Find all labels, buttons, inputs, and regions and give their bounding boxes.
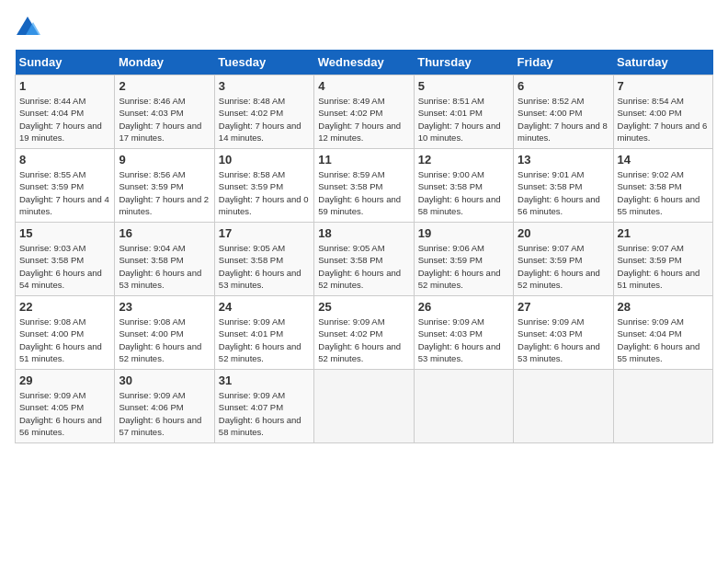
- weekday-header: Friday: [514, 50, 613, 75]
- day-info: Sunrise: 9:00 AMSunset: 3:58 PMDaylight:…: [418, 169, 501, 216]
- day-number: 27: [518, 300, 609, 314]
- weekday-header: Monday: [115, 50, 214, 75]
- calendar-cell: 2 Sunrise: 8:46 AMSunset: 4:03 PMDayligh…: [115, 75, 214, 149]
- day-number: 9: [119, 153, 210, 167]
- calendar-cell: 9 Sunrise: 8:56 AMSunset: 3:59 PMDayligh…: [115, 149, 214, 223]
- day-info: Sunrise: 8:49 AMSunset: 4:02 PMDaylight:…: [318, 96, 401, 143]
- day-number: 11: [318, 153, 409, 167]
- day-info: Sunrise: 8:46 AMSunset: 4:03 PMDaylight:…: [119, 96, 201, 143]
- calendar-cell: 15 Sunrise: 9:03 AMSunset: 3:58 PMDaylig…: [16, 223, 115, 296]
- day-number: 22: [19, 300, 110, 314]
- calendar-week-row: 29 Sunrise: 9:09 AMSunset: 4:05 PMDaylig…: [16, 370, 713, 443]
- calendar-week-row: 8 Sunrise: 8:55 AMSunset: 3:59 PMDayligh…: [16, 149, 713, 223]
- calendar-cell: 17 Sunrise: 9:05 AMSunset: 3:58 PMDaylig…: [214, 223, 313, 296]
- day-info: Sunrise: 9:04 AMSunset: 3:58 PMDaylight:…: [119, 243, 201, 290]
- calendar-cell: 5 Sunrise: 8:51 AMSunset: 4:01 PMDayligh…: [414, 75, 513, 149]
- day-info: Sunrise: 8:58 AMSunset: 3:59 PMDaylight:…: [219, 169, 309, 216]
- day-info: Sunrise: 9:02 AMSunset: 3:58 PMDaylight:…: [618, 169, 700, 216]
- calendar-cell: 24 Sunrise: 9:09 AMSunset: 4:01 PMDaylig…: [214, 296, 313, 370]
- logo-icon: [15, 15, 40, 40]
- calendar-cell: 20 Sunrise: 9:07 AMSunset: 3:59 PMDaylig…: [514, 223, 613, 296]
- day-info: Sunrise: 9:06 AMSunset: 3:59 PMDaylight:…: [418, 243, 501, 290]
- calendar-cell: 16 Sunrise: 9:04 AMSunset: 3:58 PMDaylig…: [115, 223, 214, 296]
- calendar-cell: 10 Sunrise: 8:58 AMSunset: 3:59 PMDaylig…: [214, 149, 313, 223]
- calendar-cell: 3 Sunrise: 8:48 AMSunset: 4:02 PMDayligh…: [214, 75, 313, 149]
- day-number: 6: [518, 79, 609, 93]
- day-number: 24: [219, 300, 310, 314]
- calendar-cell: 26 Sunrise: 9:09 AMSunset: 4:03 PMDaylig…: [414, 296, 513, 370]
- calendar-week-row: 22 Sunrise: 9:08 AMSunset: 4:00 PMDaylig…: [16, 296, 713, 370]
- calendar-cell: 6 Sunrise: 8:52 AMSunset: 4:00 PMDayligh…: [514, 75, 613, 149]
- day-number: 26: [418, 300, 509, 314]
- day-info: Sunrise: 9:07 AMSunset: 3:59 PMDaylight:…: [518, 243, 600, 290]
- calendar-cell: 4 Sunrise: 8:49 AMSunset: 4:02 PMDayligh…: [314, 75, 414, 149]
- calendar-week-row: 15 Sunrise: 9:03 AMSunset: 3:58 PMDaylig…: [16, 223, 713, 296]
- day-info: Sunrise: 9:05 AMSunset: 3:58 PMDaylight:…: [219, 243, 301, 290]
- day-info: Sunrise: 8:44 AMSunset: 4:04 PMDaylight:…: [19, 96, 102, 143]
- calendar-cell: 27 Sunrise: 9:09 AMSunset: 4:03 PMDaylig…: [514, 296, 613, 370]
- weekday-header: Tuesday: [214, 50, 313, 75]
- day-number: 5: [418, 79, 509, 93]
- day-info: Sunrise: 9:09 AMSunset: 4:01 PMDaylight:…: [219, 316, 301, 363]
- day-number: 2: [119, 79, 210, 93]
- calendar-cell: 29 Sunrise: 9:09 AMSunset: 4:05 PMDaylig…: [16, 370, 115, 443]
- day-info: Sunrise: 9:08 AMSunset: 4:00 PMDaylight:…: [19, 316, 102, 363]
- day-info: Sunrise: 8:51 AMSunset: 4:01 PMDaylight:…: [418, 96, 501, 143]
- day-info: Sunrise: 8:52 AMSunset: 4:00 PMDaylight:…: [518, 96, 608, 143]
- calendar-cell: 23 Sunrise: 9:08 AMSunset: 4:00 PMDaylig…: [115, 296, 214, 370]
- weekday-header: Wednesday: [314, 50, 414, 75]
- day-number: 19: [418, 226, 509, 240]
- calendar-table: SundayMondayTuesdayWednesdayThursdayFrid…: [15, 50, 713, 443]
- day-info: Sunrise: 9:03 AMSunset: 3:58 PMDaylight:…: [19, 243, 102, 290]
- day-number: 13: [518, 153, 609, 167]
- day-info: Sunrise: 9:01 AMSunset: 3:58 PMDaylight:…: [518, 169, 600, 216]
- day-number: 21: [618, 226, 709, 240]
- day-number: 3: [219, 79, 310, 93]
- calendar-week-row: 1 Sunrise: 8:44 AMSunset: 4:04 PMDayligh…: [16, 75, 713, 149]
- day-info: Sunrise: 8:59 AMSunset: 3:58 PMDaylight:…: [318, 169, 401, 216]
- calendar-cell: 31 Sunrise: 9:09 AMSunset: 4:07 PMDaylig…: [214, 370, 313, 443]
- day-info: Sunrise: 9:08 AMSunset: 4:00 PMDaylight:…: [119, 316, 201, 363]
- calendar-cell: [613, 370, 712, 443]
- day-number: 28: [618, 300, 709, 314]
- page-header: [15, 15, 713, 40]
- day-number: 23: [119, 300, 210, 314]
- calendar-cell: 30 Sunrise: 9:09 AMSunset: 4:06 PMDaylig…: [115, 370, 214, 443]
- day-number: 31: [219, 373, 310, 387]
- day-info: Sunrise: 9:09 AMSunset: 4:03 PMDaylight:…: [418, 316, 501, 363]
- calendar-cell: [414, 370, 513, 443]
- weekday-header-row: SundayMondayTuesdayWednesdayThursdayFrid…: [16, 50, 713, 75]
- weekday-header: Sunday: [16, 50, 115, 75]
- calendar-cell: [514, 370, 613, 443]
- logo: [15, 15, 44, 40]
- day-number: 15: [19, 226, 110, 240]
- calendar-cell: 18 Sunrise: 9:05 AMSunset: 3:58 PMDaylig…: [314, 223, 414, 296]
- day-info: Sunrise: 9:09 AMSunset: 4:05 PMDaylight:…: [19, 390, 102, 437]
- day-number: 18: [318, 226, 409, 240]
- day-info: Sunrise: 9:05 AMSunset: 3:58 PMDaylight:…: [318, 243, 401, 290]
- day-info: Sunrise: 8:54 AMSunset: 4:00 PMDaylight:…: [618, 96, 708, 143]
- calendar-cell: 19 Sunrise: 9:06 AMSunset: 3:59 PMDaylig…: [414, 223, 513, 296]
- calendar-cell: 11 Sunrise: 8:59 AMSunset: 3:58 PMDaylig…: [314, 149, 414, 223]
- day-number: 20: [518, 226, 609, 240]
- day-number: 14: [618, 153, 709, 167]
- day-info: Sunrise: 8:56 AMSunset: 3:59 PMDaylight:…: [119, 169, 209, 216]
- calendar-cell: 21 Sunrise: 9:07 AMSunset: 3:59 PMDaylig…: [613, 223, 712, 296]
- day-info: Sunrise: 9:09 AMSunset: 4:03 PMDaylight:…: [518, 316, 600, 363]
- day-number: 7: [618, 79, 709, 93]
- calendar-cell: 25 Sunrise: 9:09 AMSunset: 4:02 PMDaylig…: [314, 296, 414, 370]
- day-number: 10: [219, 153, 310, 167]
- day-number: 4: [318, 79, 409, 93]
- calendar-cell: 13 Sunrise: 9:01 AMSunset: 3:58 PMDaylig…: [514, 149, 613, 223]
- calendar-cell: 22 Sunrise: 9:08 AMSunset: 4:00 PMDaylig…: [16, 296, 115, 370]
- day-number: 8: [19, 153, 110, 167]
- calendar-cell: 7 Sunrise: 8:54 AMSunset: 4:00 PMDayligh…: [613, 75, 712, 149]
- day-info: Sunrise: 9:09 AMSunset: 4:02 PMDaylight:…: [318, 316, 401, 363]
- weekday-header: Saturday: [613, 50, 712, 75]
- day-info: Sunrise: 8:48 AMSunset: 4:02 PMDaylight:…: [219, 96, 301, 143]
- calendar-cell: 14 Sunrise: 9:02 AMSunset: 3:58 PMDaylig…: [613, 149, 712, 223]
- day-info: Sunrise: 9:09 AMSunset: 4:07 PMDaylight:…: [219, 390, 301, 437]
- day-number: 29: [19, 373, 110, 387]
- calendar-cell: 1 Sunrise: 8:44 AMSunset: 4:04 PMDayligh…: [16, 75, 115, 149]
- calendar-cell: [314, 370, 414, 443]
